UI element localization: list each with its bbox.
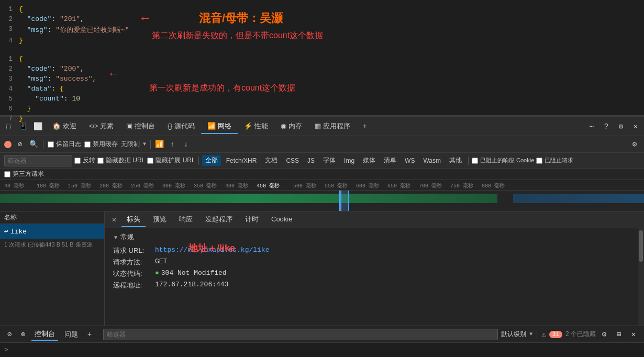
throttle-arrow: ▼ [143, 141, 146, 147]
third-party-input[interactable] [4, 171, 10, 177]
details-tab-response[interactable]: 响应 [174, 213, 198, 227]
download-btn[interactable]: ↓ [181, 139, 191, 150]
hide-ext-url-input[interactable] [147, 158, 153, 164]
code-line: 7 } [0, 114, 644, 124]
request-item-icon: ↩ [4, 227, 8, 236]
console-filter-input[interactable] [103, 329, 498, 340]
filter-all[interactable]: 全部 [202, 155, 221, 166]
code-line: 3 "msg": "你的爱意已经收到啦~" [0, 24, 644, 36]
console-stop-btn[interactable]: ⊗ [18, 329, 28, 340]
ruler-mark-750: 750 毫秒 [450, 182, 473, 189]
console-bar: ⊘ ⊗ 控制台 问题 + 默认级别 ▼ ⚠ 31 2 个已隐藏 ⚙ ⊞ ✕ [0, 326, 644, 342]
filter-fetch-xhr[interactable]: Fetch/XHR [223, 156, 260, 165]
console-add-btn[interactable]: + [84, 329, 95, 340]
filter-input[interactable] [4, 155, 72, 166]
details-tab-timing[interactable]: 计时 [240, 213, 264, 227]
details-tab-preview[interactable]: 预览 [148, 213, 172, 227]
filter-doc[interactable]: 文档 [262, 155, 281, 166]
preserve-log-input[interactable] [48, 141, 54, 148]
filter-clear[interactable]: 清单 [381, 155, 399, 166]
status-code-row: 状态代码: 304 Not Modified [113, 269, 629, 278]
filter-ws[interactable]: WS [402, 156, 418, 165]
code-line: 1 { [0, 4, 644, 14]
record-btn[interactable] [4, 141, 12, 148]
hide-data-url-label: 隐藏数据 URL [106, 156, 145, 165]
request-url-value[interactable]: https://ml.ymxapi.us.kg/like [155, 246, 269, 254]
general-section-label: 常规 [120, 232, 134, 242]
third-party-checkbox[interactable]: 第三方请求 [4, 170, 44, 178]
clear-btn[interactable]: ⊘ [15, 139, 25, 150]
console-level-select[interactable]: 默认级别 [501, 330, 526, 339]
filter-img[interactable]: Img [341, 156, 358, 165]
timeline-area[interactable]: 40 毫秒 100 毫秒 150 毫秒 200 毫秒 250 毫秒 300 毫秒… [0, 180, 644, 211]
code-line: 3 "msg": "success", [0, 74, 644, 84]
details-scrollbar[interactable] [638, 228, 644, 326]
hide-data-url-checkbox[interactable]: 隐藏数据 URL [97, 156, 145, 165]
block-req-input[interactable] [536, 158, 542, 164]
search-btn[interactable]: 🔍 [28, 139, 39, 150]
ruler-mark-350: 350 毫秒 [194, 182, 217, 189]
details-close-btn[interactable]: ✕ [109, 215, 119, 225]
console-error-btn[interactable]: ⊘ [4, 329, 15, 340]
ruler-mark-300: 300 毫秒 [162, 182, 185, 189]
console-prompt-icon: > [4, 346, 8, 354]
throttle-select[interactable]: 无限制 [121, 140, 140, 149]
section-triangle-icon: ▼ [113, 235, 118, 240]
ruler-mark-600: 600 毫秒 [356, 182, 379, 189]
ruler-mark-250: 250 毫秒 [131, 182, 154, 189]
filter-font[interactable]: 字体 [320, 155, 339, 166]
preserve-log-checkbox[interactable]: 保留日志 [48, 140, 81, 149]
timeline-gradient [0, 194, 497, 203]
timeline-cursor [340, 191, 341, 211]
filter-other[interactable]: 其他 [446, 155, 465, 166]
upload-btn[interactable]: ↑ [167, 139, 177, 150]
invert-checkbox[interactable]: 反转 [74, 156, 95, 165]
network-settings-btn[interactable]: ⚙ [629, 139, 640, 150]
request-method-row: 请求方法: GET [113, 258, 629, 267]
general-section-header[interactable]: ▼ 常规 [113, 232, 629, 242]
arrow-bottom: ← [110, 67, 117, 81]
console-command-input[interactable] [12, 346, 640, 354]
filter-media[interactable]: 媒体 [360, 155, 379, 166]
code-line: 5 "count": 10 [0, 94, 644, 104]
filter-js[interactable]: JS [304, 156, 318, 165]
code-area: 1 { 2 "code": "201", 3 "msg": "你的爱意已经收到啦… [0, 0, 644, 115]
remote-address-row: 远程地址: 172.67.218.206:443 [113, 281, 629, 290]
hide-data-url-input[interactable] [97, 158, 104, 164]
details-tab-cookie[interactable]: Cookie [266, 213, 297, 226]
ruler-mark-100: 100 毫秒 [37, 182, 60, 189]
invert-input[interactable] [74, 158, 81, 164]
filter-wasm[interactable]: Wasm [420, 156, 444, 165]
third-party-row: 第三方请求 [0, 169, 644, 180]
status-code-label: 状态代码: [113, 269, 155, 278]
details-tab-initiator[interactable]: 发起程序 [200, 213, 238, 227]
console-input-row: > [0, 342, 644, 357]
code-line: 2 "code": "200", [0, 64, 644, 74]
disable-cache-checkbox[interactable]: 禁用缓存 [84, 140, 118, 149]
console-tab[interactable]: 控制台 [31, 328, 58, 341]
block-req-checkbox[interactable]: 已阻止请求 [536, 157, 573, 164]
filter-css[interactable]: CSS [283, 156, 302, 165]
ruler-mark-400: 400 毫秒 [225, 182, 248, 189]
timeline-bar[interactable] [0, 191, 644, 211]
request-url-label: 请求 URL: [113, 246, 155, 255]
timeline-ruler: 40 毫秒 100 毫秒 150 毫秒 200 毫秒 250 毫秒 300 毫秒… [0, 180, 644, 191]
console-expand-btn[interactable]: ⊞ [613, 328, 625, 341]
block-cookie-input[interactable] [472, 158, 478, 164]
hide-ext-url-checkbox[interactable]: 隐藏扩展 URL [147, 156, 195, 165]
ruler-mark-550: 550 毫秒 [325, 182, 348, 189]
code-line: 4 "data": { [0, 84, 644, 94]
ruler-mark-200: 200 毫秒 [99, 182, 123, 189]
error-count-badge: 31 [549, 331, 562, 338]
block-cookie-checkbox[interactable]: 已阻止的响应 Cookie [472, 157, 534, 164]
console-settings-icon[interactable]: ⚙ [599, 329, 609, 340]
request-list-header: 名称 [0, 211, 104, 224]
toolbar-divider-1 [43, 140, 43, 149]
console-close-btn[interactable]: ✕ [627, 328, 640, 341]
disable-cache-input[interactable] [84, 141, 91, 148]
details-tab-headers[interactable]: 标头 [121, 213, 146, 227]
code-line: 1 { [0, 54, 644, 64]
issues-tab[interactable]: 问题 [61, 329, 81, 340]
code-line: 6 } [0, 104, 644, 114]
request-item-like[interactable]: ↩ like [0, 224, 104, 239]
